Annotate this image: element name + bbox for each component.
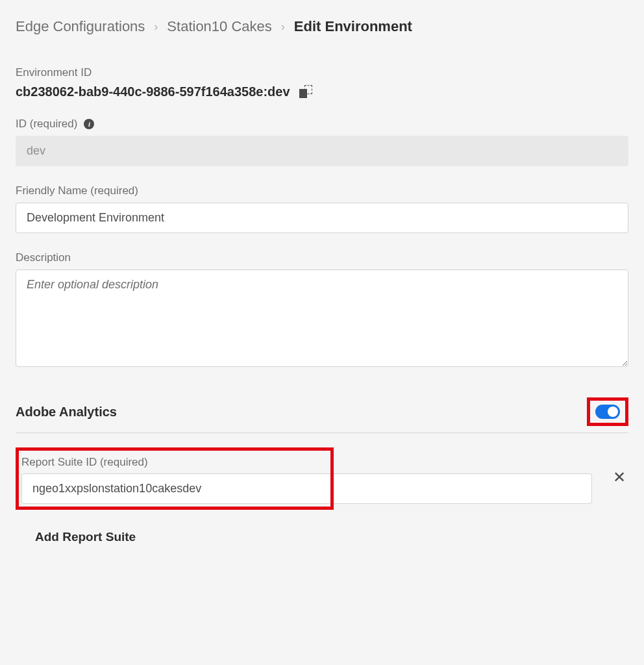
friendly-name-input[interactable] [16, 203, 628, 233]
id-input [16, 136, 628, 166]
analytics-section-header: Adobe Analytics [16, 397, 628, 433]
id-field-label: ID (required) i [16, 118, 628, 131]
description-textarea[interactable] [16, 270, 628, 367]
friendly-name-group: Friendly Name (required) [16, 184, 628, 233]
analytics-toggle[interactable] [595, 405, 620, 419]
description-label: Description [16, 251, 628, 264]
annotation-highlight-toggle [587, 397, 628, 426]
report-suite-label: Report Suite ID (required) [21, 456, 324, 469]
report-suite-row: Report Suite ID (required) ✕ [16, 447, 628, 507]
friendly-name-label: Friendly Name (required) [16, 184, 628, 197]
remove-report-suite-icon[interactable]: ✕ [610, 468, 628, 486]
breadcrumb-item-project[interactable]: Station10 Cakes [167, 18, 271, 35]
breadcrumb-item-edge-configurations[interactable]: Edge Configurations [16, 18, 145, 35]
copy-icon[interactable] [299, 85, 314, 99]
chevron-right-icon: › [281, 20, 285, 34]
id-field-label-text: ID (required) [16, 118, 77, 131]
add-report-suite-button[interactable]: Add Report Suite [35, 530, 628, 544]
environment-id-label: Environment ID [16, 66, 628, 79]
id-field-group: ID (required) i [16, 118, 628, 166]
breadcrumb-current: Edit Environment [294, 18, 412, 35]
analytics-section-title: Adobe Analytics [16, 405, 117, 420]
environment-id-group: Environment ID cb238062-bab9-440c-9886-5… [16, 66, 628, 99]
environment-id-value: cb238062-bab9-440c-9886-597f164a358e:dev [16, 84, 290, 99]
info-icon[interactable]: i [84, 119, 94, 129]
annotation-highlight-report-suite: Report Suite ID (required) [16, 447, 334, 510]
breadcrumb: Edge Configurations › Station10 Cakes › … [16, 18, 628, 35]
chevron-right-icon: › [154, 20, 158, 34]
description-group: Description [16, 251, 628, 369]
